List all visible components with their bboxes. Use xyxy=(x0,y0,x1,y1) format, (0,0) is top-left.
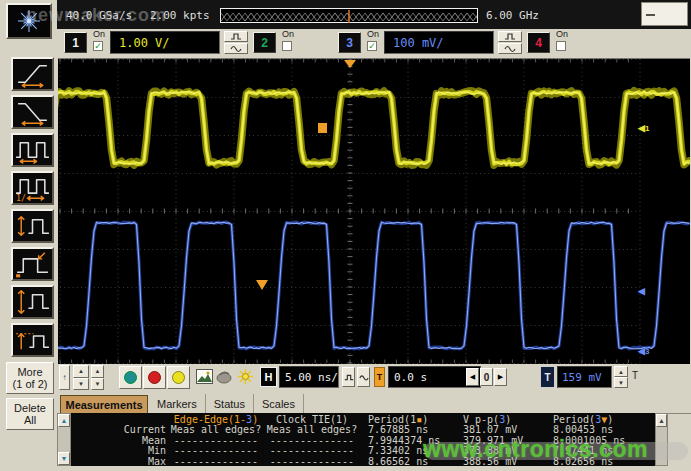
more-measurements-button[interactable]: More (1 of 2) xyxy=(6,362,54,394)
delay-increment-button[interactable]: ▶ xyxy=(494,368,507,386)
channel-4-on-checkbox[interactable] xyxy=(556,41,566,51)
measure-v-top-button[interactable]: .w{stroke:#e0e0e0;stroke-width:1.5;fill:… xyxy=(11,323,54,357)
pad-up-button[interactable]: ▲ xyxy=(73,365,89,378)
channel-1-on-checkbox[interactable]: ✓ xyxy=(93,41,103,51)
tab-status[interactable]: Status xyxy=(206,394,254,413)
trigger-level-value: 159 mV xyxy=(558,371,602,384)
up-icon: ▲ xyxy=(78,368,84,374)
pad2-down-button[interactable]: ▼ xyxy=(91,378,104,391)
slider-dash-icon xyxy=(646,14,655,16)
channel-1-button[interactable]: 1 xyxy=(64,32,87,53)
scroll-track[interactable] xyxy=(58,427,70,452)
measurement-marker-triangle[interactable] xyxy=(256,280,268,290)
level-up-button[interactable]: ▲ xyxy=(614,366,628,377)
sine-wave-icon xyxy=(229,44,243,53)
delete-all-label: Delete All xyxy=(14,402,46,426)
v-pp-icon: .w{stroke:#e0e0e0;stroke-width:1.5;fill:… xyxy=(13,287,52,317)
measure-frequency-button[interactable]: .w{stroke:#e0e0e0;stroke-width:1.5;fill:… xyxy=(11,171,54,205)
tab-scales[interactable]: Scales xyxy=(254,394,304,413)
up-arrow-icon: ↑ xyxy=(63,373,67,382)
position-up-button[interactable]: ↑ xyxy=(59,365,70,390)
touch-button[interactable] xyxy=(216,369,233,384)
channel-3-button[interactable]: 3 xyxy=(338,32,361,53)
marker-b-button[interactable] xyxy=(143,366,166,389)
measurements-scrollbar-left: ▲ ▼ xyxy=(57,413,71,466)
channel-1-coupling-button[interactable] xyxy=(224,31,248,42)
bandwidth-readout: 6.00 GHz xyxy=(486,9,539,22)
measurement-marker-square[interactable] xyxy=(318,123,327,133)
right-arrow-icon: ▶ xyxy=(498,373,503,381)
channel-3-scale-field[interactable]: 100 mV/ xyxy=(384,31,494,54)
channel-2-button[interactable]: 2 xyxy=(253,32,276,53)
hzoom-in-button[interactable] xyxy=(357,367,370,387)
timeline-waveform-preview xyxy=(221,10,477,23)
measurement-column-header: Clock TIE(1) xyxy=(262,415,362,425)
delay-decrement-button[interactable]: ◀ xyxy=(466,368,479,386)
horizontal-toolbar: ↑ ▲ ▼ ▲ ▼ H 5.00 ns/ T xyxy=(57,363,691,394)
delay-zero-button[interactable]: 0 xyxy=(480,368,493,386)
wide-wave-icon xyxy=(359,373,369,382)
channel-3-impedance-button[interactable] xyxy=(498,43,522,54)
rise-time-icon: .w{stroke:#e0e0e0;stroke-width:1.5;fill:… xyxy=(13,59,52,89)
tab-markers-label: Markers xyxy=(157,398,197,410)
up-icon: ▲ xyxy=(658,417,665,424)
channel-2-on-checkbox[interactable] xyxy=(282,41,292,51)
channel-1-on-label: On xyxy=(93,29,105,39)
pad2-up-button[interactable]: ▲ xyxy=(91,365,104,378)
scroll-up-button[interactable]: ▲ xyxy=(58,414,70,427)
tab-scales-label: Scales xyxy=(262,398,295,410)
timebase-value: 5.00 ns/ xyxy=(280,371,338,384)
scroll-up-button-right[interactable]: ▲ xyxy=(656,414,667,427)
channel-3-label: 3 xyxy=(346,36,353,50)
measure-rise-time-button[interactable]: .w{stroke:#e0e0e0;stroke-width:1.5;fill:… xyxy=(11,57,54,91)
acquisition-timeline[interactable] xyxy=(220,8,478,23)
screen-capture-button[interactable] xyxy=(196,369,213,384)
channel-1-label: 1 xyxy=(72,36,79,50)
square-wave-icon xyxy=(229,32,243,41)
trigger-level-field[interactable]: 159 mV xyxy=(557,366,612,388)
marker-a-button[interactable] xyxy=(119,366,142,389)
display-settings-button[interactable] xyxy=(237,368,254,385)
more-button-label: More (1 of 2) xyxy=(13,366,48,390)
channel-1-scale-field[interactable]: 1.00 V/ xyxy=(110,31,220,54)
trigger-menu-button[interactable]: T xyxy=(540,366,555,388)
narrow-wave-icon xyxy=(344,373,354,382)
delete-all-button[interactable]: Delete All xyxy=(6,398,54,430)
square-wave-icon xyxy=(503,32,517,41)
down-icon: ▼ xyxy=(618,380,624,386)
tab-markers[interactable]: Markers xyxy=(149,394,206,413)
horizontal-menu-button[interactable]: H xyxy=(260,367,277,387)
red-circle-icon xyxy=(148,371,161,384)
trigger-level-marker[interactable]: ◀ xyxy=(638,287,645,296)
channel-2-label: 2 xyxy=(261,36,268,50)
scroll-down-button[interactable]: ▼ xyxy=(58,452,70,465)
watermark-top: newmaker.com xyxy=(26,5,167,26)
channel-3-coupling-button[interactable] xyxy=(498,31,522,42)
trigger-level-spinner: ▲ ▼ xyxy=(614,366,628,388)
measure-v-pp-button[interactable]: .w{stroke:#e0e0e0;stroke-width:1.5;fill:… xyxy=(11,285,54,319)
measurement-column-header: Period(3▼) xyxy=(547,415,647,425)
measure-fall-time-button[interactable]: .w{stroke:#e0e0e0;stroke-width:1.5;fill:… xyxy=(11,95,54,129)
channel-3-on-checkbox[interactable]: ✓ xyxy=(367,41,377,51)
measure-period-button[interactable]: .w{stroke:#e0e0e0;stroke-width:1.5;fill:… xyxy=(11,133,54,167)
channel-4-button[interactable]: 4 xyxy=(527,32,550,53)
frequency-icon: .w{stroke:#e0e0e0;stroke-width:1.5;fill:… xyxy=(13,173,52,203)
timebase-field[interactable]: 5.00 ns/ xyxy=(279,366,339,388)
measure-v-amplitude-button[interactable]: .w{stroke:#e0e0e0;stroke-width:1.5;fill:… xyxy=(11,209,54,243)
level-down-button[interactable]: ▼ xyxy=(614,377,628,388)
measure-overshoot-button[interactable]: .w{stroke:#e0e0e0;stroke-width:1.5;fill:… xyxy=(11,247,54,281)
topbar-slider-button[interactable] xyxy=(641,2,688,26)
marker-c-button[interactable] xyxy=(167,366,190,389)
trigger-position-tag[interactable]: T xyxy=(374,367,385,387)
measurement-value: -------------- xyxy=(262,436,362,446)
channel-3-ground-marker[interactable]: ◀3 xyxy=(638,347,649,356)
channel-1-impedance-button[interactable] xyxy=(224,43,248,54)
pad-down-button[interactable]: ▼ xyxy=(73,378,89,391)
overshoot-icon: .w{stroke:#e0e0e0;stroke-width:1.5;fill:… xyxy=(13,249,52,279)
channel-1-ground-marker[interactable]: ◀1 xyxy=(638,124,649,133)
measurement-row-label: Current xyxy=(71,425,170,435)
hzoom-out-button[interactable] xyxy=(342,367,355,387)
waveform-display: ◀1 ◀ ◀3 xyxy=(58,58,690,364)
tab-measurements[interactable]: Measurements xyxy=(60,395,148,414)
waveform-graticule xyxy=(58,59,690,364)
